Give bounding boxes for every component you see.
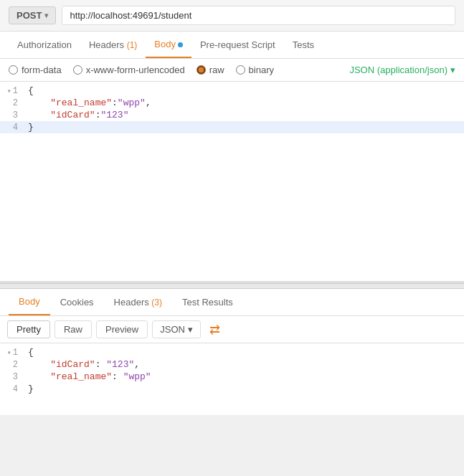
preview-btn-label: Preview <box>105 324 138 335</box>
response-tab-headers-label: Headers <box>114 297 152 308</box>
radio-raw-input[interactable] <box>197 65 206 75</box>
response-tab-body-label: Body <box>19 296 40 307</box>
request-tabs: Authorization Headers (1) Body Pre-reque… <box>0 32 464 59</box>
panel-divider <box>0 283 464 289</box>
radio-form-data-label: form-data <box>22 65 62 75</box>
req-line-2: 2 "real_name":"wpp", <box>0 97 464 109</box>
body-type-bar: form-data x-www-form-urlencoded raw bina… <box>0 59 464 82</box>
tab-body-dot <box>178 42 183 47</box>
tab-headers-label: Headers <box>89 39 127 50</box>
view-bar: Pretty Raw Preview JSON ▾ ⇄ <box>0 316 464 343</box>
response-tab-cookies-label: Cookies <box>60 297 94 308</box>
json-format-dropdown[interactable]: JSON (application/json) ▾ <box>349 65 455 75</box>
tab-pre-request-script[interactable]: Pre-request Script <box>191 32 284 57</box>
pretty-btn[interactable]: Pretty <box>7 320 50 338</box>
json-format-label: JSON (application/json) <box>349 65 448 75</box>
resp-line-3: 3 "real_name": "wpp" <box>0 371 464 383</box>
preview-btn[interactable]: Preview <box>96 320 148 338</box>
raw-btn[interactable]: Raw <box>55 320 92 338</box>
resp-line-num-2: 2 <box>0 359 25 370</box>
response-tab-body[interactable]: Body <box>9 289 50 315</box>
tab-body-label: Body <box>154 39 176 49</box>
radio-binary-label: binary <box>249 65 274 75</box>
response-format-chevron: ▾ <box>188 324 193 335</box>
resp-line-num-3: 3 <box>0 371 25 382</box>
req-line-4: 4 } <box>0 121 464 133</box>
method-chevron: ▾ <box>44 11 48 19</box>
json-format-chevron: ▾ <box>450 65 455 75</box>
response-tab-test-results-label: Test Results <box>182 297 233 308</box>
resp-line-num-4: 4 <box>0 384 25 394</box>
radio-raw[interactable]: raw <box>197 65 224 75</box>
method-label: POST <box>16 10 42 21</box>
response-tab-test-results[interactable]: Test Results <box>172 290 243 315</box>
resp-line-2: 2 "idCard": "123", <box>0 358 464 371</box>
tab-headers-badge: (1) <box>127 40 138 50</box>
tab-body[interactable]: Body <box>146 32 191 58</box>
radio-urlencoded[interactable]: x-www-form-urlencoded <box>73 65 185 75</box>
resp-line-1: ▾1 { <box>0 346 464 358</box>
req-line-num-3: 3 <box>0 110 25 120</box>
tab-authorization[interactable]: Authorization <box>9 32 80 57</box>
tab-tests[interactable]: Tests <box>284 32 323 57</box>
radio-form-data-input[interactable] <box>9 65 18 75</box>
response-tab-headers[interactable]: Headers (3) <box>104 290 172 315</box>
response-headers-badge: (3) <box>151 298 162 308</box>
tab-pre-request-label: Pre-request Script <box>200 39 275 50</box>
wrap-icon[interactable]: ⇄ <box>209 322 220 338</box>
pretty-btn-label: Pretty <box>16 324 41 335</box>
radio-urlencoded-input[interactable] <box>73 65 82 75</box>
req-line-num-2: 2 <box>0 97 25 108</box>
resp-line-num-1: ▾1 <box>0 347 25 358</box>
response-format-label: JSON <box>160 324 185 335</box>
radio-raw-label: raw <box>209 65 224 75</box>
radio-form-data[interactable]: form-data <box>9 65 62 75</box>
url-bar: POST ▾ <box>0 0 464 32</box>
req-line-num-1: ▾1 <box>0 85 25 96</box>
req-line-3: 3 "idCard":"123" <box>0 109 464 121</box>
tab-tests-label: Tests <box>293 39 314 50</box>
req-line-1: ▾1 { <box>0 85 464 97</box>
response-format-dropdown[interactable]: JSON ▾ <box>152 320 201 338</box>
tab-authorization-label: Authorization <box>17 39 72 50</box>
request-code-editor[interactable]: ▾1 { 2 "real_name":"wpp", 3 "idCard":"12… <box>0 82 464 282</box>
raw-btn-label: Raw <box>64 324 82 335</box>
response-tab-cookies[interactable]: Cookies <box>50 290 104 315</box>
radio-binary[interactable]: binary <box>236 65 274 75</box>
tab-headers[interactable]: Headers (1) <box>80 32 146 57</box>
response-tabs: Body Cookies Headers (3) Test Results <box>0 289 464 316</box>
response-section: Body Cookies Headers (3) Test Results Pr… <box>0 289 464 415</box>
url-input[interactable] <box>62 6 455 25</box>
radio-binary-input[interactable] <box>236 65 245 75</box>
req-line-num-4: 4 <box>0 122 25 133</box>
radio-urlencoded-label: x-www-form-urlencoded <box>86 65 185 75</box>
method-dropdown[interactable]: POST ▾ <box>9 6 56 24</box>
response-code-editor[interactable]: ▾1 { 2 "idCard": "123", 3 "real_name": "… <box>0 343 464 415</box>
resp-line-4: 4 } <box>0 383 464 395</box>
